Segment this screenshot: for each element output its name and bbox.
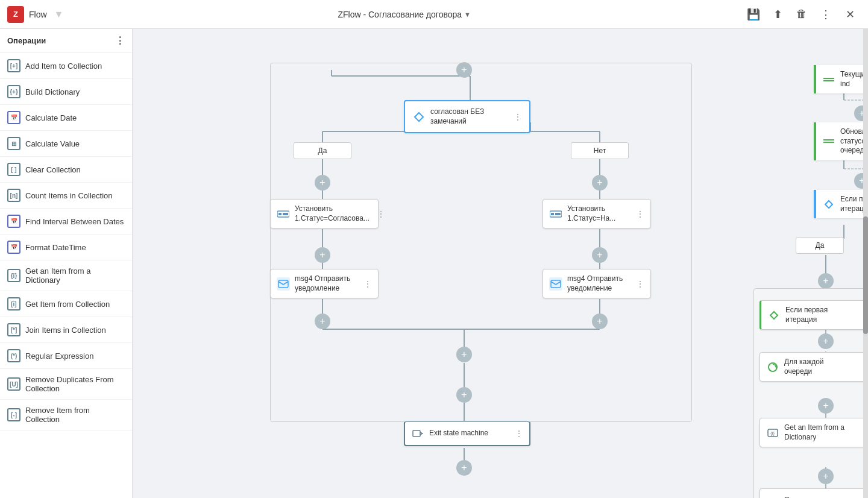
sidebar-item-remove-dup[interactable]: [U] Remove Duplicates From Collection [0,369,132,400]
msg-no-menu[interactable]: ⋮ [636,279,644,289]
add-button-2[interactable]: + [456,387,472,403]
app-logo: Z [7,6,24,23]
add-button-msg-no[interactable]: + [592,314,608,329]
add-button-after-no[interactable]: + [592,247,608,263]
for-each-node[interactable]: Для каждойочереди ⋮ [760,352,868,382]
add-button-merge[interactable]: + [456,347,472,362]
sidebar-item-label: Clear Collection [25,165,81,174]
update-status-icon [822,134,835,148]
header-actions: 💾 ⬆ 🗑 ⋮ ✕ [743,4,861,25]
get-dict-node[interactable]: {i} Get an Item from aDictionary ⋮ [760,418,868,447]
add-button-after-yes[interactable]: + [315,247,330,263]
sidebar-item-label: Build Dictionary [25,87,80,96]
if-first-iter-top-node[interactable]: Если перваяитерация [814,190,868,218]
sidebar-item-build-dict[interactable]: {+} Build Dictionary [0,79,132,105]
sidebar-item-clear-coll[interactable]: [ ] Clear Collection [0,157,132,183]
sidebar-header: Операции ⋮ [0,29,132,53]
sidebar-title: Операции [7,36,46,45]
sidebar-item-count-items[interactable]: [n] Count Items in Collection [0,183,132,209]
sidebar-item-label: Count Items in Collection [25,191,113,200]
scrollbar-thumb[interactable] [863,216,868,334]
sidebar-item-join-items[interactable]: [*] Join Items in Collection [0,317,132,343]
sidebar-item-label: Regular Expression [25,351,93,361]
set-status-yes-node[interactable]: Установить1.Статус=Согласова... ⋮ [270,199,379,229]
set-no-menu[interactable]: ⋮ [636,209,644,219]
sidebar-item-format-dt[interactable]: 📅 Format DateTime [0,235,132,260]
add-button-top[interactable]: + [456,62,472,78]
add-button-no[interactable]: + [592,175,608,191]
add-button-yes[interactable]: + [315,175,330,191]
sidebar-item-get-dict[interactable]: {i} Get an Item from a Dictionary [0,260,132,291]
msg-no-node[interactable]: msg4 Отправитьуведомление ⋮ [542,269,651,298]
msg-no-text: msg4 Отправитьуведомление [567,274,629,293]
msg-yes-menu[interactable]: ⋮ [363,279,372,289]
exit-menu[interactable]: ⋮ [515,429,523,438]
exit-node[interactable]: Exit state machine ⋮ [404,421,530,446]
status-queue-node[interactable]: Статус очереди [760,488,868,498]
yes-right-label: Да [796,237,844,254]
sidebar-item-calc-value[interactable]: ⊞ Calculate Value [0,131,132,157]
svg-rect-42 [555,213,561,215]
header-sep: ▼ [54,9,64,20]
add-btn-right-3[interactable]: + [818,273,834,289]
close-button[interactable]: ✕ [839,4,861,25]
regex-icon: (*) [7,349,20,362]
upload-button[interactable]: ⬆ [767,4,788,25]
delete-button[interactable]: 🗑 [791,4,813,25]
get-dict-text: Get an Item from aDictionary [784,423,855,442]
for-each-text: Для каждойочереди [784,358,855,376]
if-first-iter-node[interactable]: Если перваяитерация ⋮ [760,300,868,330]
flow-title-text: ZFlow - Согласование договора [338,10,462,19]
status-queue-text: Статус очереди [784,496,868,498]
sidebar-item-add-collection[interactable]: [+] Add Item to Collection [0,53,132,79]
yes-label: Да [294,142,351,159]
sidebar-more-icon[interactable]: ⋮ [115,35,125,46]
sidebar-item-find-interval[interactable]: 📅 Find Interval Between Dates [0,209,132,235]
decision-node[interactable]: согласован БЕЗ замечаний ⋮ [404,100,530,133]
add-button-msg-yes[interactable]: + [315,314,330,329]
clear-coll-icon: [ ] [7,163,20,176]
save-button[interactable]: 💾 [743,4,764,25]
sidebar-item-calc-date[interactable]: 📅 Calculate Date [0,105,132,131]
set-no-icon [549,207,562,221]
app-name: Flow [29,10,47,19]
add-btn-container-3[interactable]: + [818,468,834,484]
svg-marker-36 [415,113,423,121]
format-dt-icon: 📅 [7,241,20,254]
set-yes-text: Установить1.Статус=Согласова... [295,204,370,223]
if-first-iter-top-icon [822,198,835,211]
find-interval-icon: 📅 [7,215,20,228]
add-button-bottom[interactable]: + [456,460,472,476]
get-coll-icon: [i] [7,297,20,310]
current-index-node[interactable]: Текущий индекс +ind [814,65,868,93]
flow-title-chevron: ▼ [464,11,471,18]
sidebar-item-remove-item[interactable]: [-] Remove Item from Collection [0,400,132,430]
get-dict-icon: {i} [7,269,20,282]
exit-icon [411,427,424,440]
get-dict-icon: {i} [766,426,779,440]
set-status-no-node[interactable]: Установить1.Статус=На... ⋮ [542,199,651,229]
update-status-node[interactable]: Обновлениестатусов очереде... [814,122,868,160]
for-each-icon [766,361,779,374]
sidebar-item-get-coll[interactable]: [i] Get Item from Collection [0,291,132,317]
set-yes-menu[interactable]: ⋮ [377,209,385,219]
sidebar-item-label: Remove Duplicates From Collection [25,375,125,393]
more-button[interactable]: ⋮ [815,4,837,25]
sidebar: Операции ⋮ [+] Add Item to Collection {+… [0,29,133,498]
svg-marker-50 [825,201,832,208]
if-first-iter-icon [767,309,781,322]
msg-yes-icon [277,277,290,291]
decision-text: согласован БЕЗ замечаний [430,107,506,126]
add-btn-container-2[interactable]: + [818,398,834,414]
scrollbar-vertical[interactable] [863,29,868,498]
msg-yes-node[interactable]: msg4 Отправитьуведомление ⋮ [270,269,379,298]
sidebar-item-label: Calculate Value [25,139,80,148]
sidebar-item-regex[interactable]: (*) Regular Expression [0,343,132,369]
join-items-icon: [*] [7,323,20,336]
decision-menu[interactable]: ⋮ [514,112,522,122]
set-no-text: Установить1.Статус=На... [567,204,629,223]
svg-rect-39 [283,213,288,215]
remove-dup-icon: [U] [7,377,20,391]
sidebar-item-label: Get an Item from a Dictionary [25,266,125,285]
add-btn-container-1[interactable]: + [818,333,834,349]
